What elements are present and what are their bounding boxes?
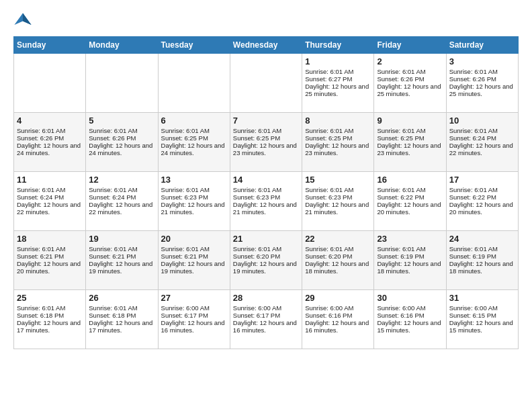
week-row-4: 18Sunrise: 6:01 AMSunset: 6:21 PMDayligh… xyxy=(14,231,519,290)
daylight-text: Daylight: 12 hours and 17 minutes. xyxy=(89,319,154,334)
day-number: 15 xyxy=(305,175,371,185)
day-cell: 25Sunrise: 6:01 AMSunset: 6:18 PMDayligh… xyxy=(14,290,86,349)
week-row-2: 4Sunrise: 6:01 AMSunset: 6:26 PMDaylight… xyxy=(14,113,519,172)
sunset-text: Sunset: 6:22 PM xyxy=(449,193,515,201)
sunset-text: Sunset: 6:18 PM xyxy=(89,312,154,319)
day-cell: 18Sunrise: 6:01 AMSunset: 6:21 PMDayligh… xyxy=(14,231,86,290)
sunset-text: Sunset: 6:17 PM xyxy=(233,312,299,319)
day-cell: 12Sunrise: 6:01 AMSunset: 6:24 PMDayligh… xyxy=(86,172,158,231)
day-cell xyxy=(158,54,230,113)
col-header-tuesday: Tuesday xyxy=(158,37,230,54)
daylight-text: Daylight: 12 hours and 25 minutes. xyxy=(449,83,515,97)
sunrise-text: Sunrise: 6:01 AM xyxy=(449,245,515,253)
day-cell: 10Sunrise: 6:01 AMSunset: 6:24 PMDayligh… xyxy=(446,113,518,172)
day-cell: 17Sunrise: 6:01 AMSunset: 6:22 PMDayligh… xyxy=(446,172,518,231)
day-cell: 28Sunrise: 6:00 AMSunset: 6:17 PMDayligh… xyxy=(230,290,302,349)
day-cell: 1Sunrise: 6:01 AMSunset: 6:27 PMDaylight… xyxy=(302,54,374,113)
day-number: 1 xyxy=(305,56,371,66)
sunset-text: Sunset: 6:21 PM xyxy=(17,253,83,260)
daylight-text: Daylight: 12 hours and 20 minutes. xyxy=(377,201,443,216)
daylight-text: Daylight: 12 hours and 19 minutes. xyxy=(89,260,154,275)
sunset-text: Sunset: 6:15 PM xyxy=(449,312,515,319)
sunset-text: Sunset: 6:25 PM xyxy=(161,134,227,142)
week-row-3: 11Sunrise: 6:01 AMSunset: 6:24 PMDayligh… xyxy=(14,172,519,231)
logo xyxy=(13,11,35,30)
day-number: 2 xyxy=(377,56,443,66)
sunset-text: Sunset: 6:19 PM xyxy=(449,253,515,260)
sunrise-text: Sunrise: 6:01 AM xyxy=(89,127,154,134)
day-number: 31 xyxy=(449,293,515,303)
day-number: 21 xyxy=(233,234,299,244)
day-cell: 31Sunrise: 6:00 AMSunset: 6:15 PMDayligh… xyxy=(446,290,518,349)
page: SundayMondayTuesdayWednesdayThursdayFrid… xyxy=(0,0,532,356)
sunset-text: Sunset: 6:26 PM xyxy=(89,134,154,142)
sunrise-text: Sunrise: 6:01 AM xyxy=(17,186,83,193)
day-cell: 29Sunrise: 6:00 AMSunset: 6:16 PMDayligh… xyxy=(302,290,374,349)
sunrise-text: Sunrise: 6:01 AM xyxy=(161,186,227,193)
sunrise-text: Sunrise: 6:01 AM xyxy=(233,127,299,134)
sunset-text: Sunset: 6:24 PM xyxy=(17,193,83,201)
sunrise-text: Sunrise: 6:01 AM xyxy=(305,186,371,193)
day-cell: 3Sunrise: 6:01 AMSunset: 6:26 PMDaylight… xyxy=(446,54,518,113)
daylight-text: Daylight: 12 hours and 15 minutes. xyxy=(377,319,443,334)
sunset-text: Sunset: 6:24 PM xyxy=(89,193,154,201)
day-number: 30 xyxy=(377,293,443,303)
day-cell: 19Sunrise: 6:01 AMSunset: 6:21 PMDayligh… xyxy=(86,231,158,290)
daylight-text: Daylight: 12 hours and 18 minutes. xyxy=(305,260,371,275)
day-cell: 21Sunrise: 6:01 AMSunset: 6:20 PMDayligh… xyxy=(230,231,302,290)
day-cell xyxy=(86,54,158,113)
daylight-text: Daylight: 12 hours and 23 minutes. xyxy=(377,142,443,156)
sunset-text: Sunset: 6:19 PM xyxy=(377,253,443,260)
day-cell: 14Sunrise: 6:01 AMSunset: 6:23 PMDayligh… xyxy=(230,172,302,231)
sunset-text: Sunset: 6:20 PM xyxy=(305,253,371,260)
daylight-text: Daylight: 12 hours and 17 minutes. xyxy=(17,319,83,334)
day-number: 29 xyxy=(305,293,371,303)
day-cell: 22Sunrise: 6:01 AMSunset: 6:20 PMDayligh… xyxy=(302,231,374,290)
sunset-text: Sunset: 6:25 PM xyxy=(305,134,371,142)
sunrise-text: Sunrise: 6:01 AM xyxy=(449,68,515,75)
day-cell xyxy=(230,54,302,113)
logo-bird-icon xyxy=(13,11,32,30)
sunset-text: Sunset: 6:23 PM xyxy=(161,193,227,201)
day-cell: 6Sunrise: 6:01 AMSunset: 6:25 PMDaylight… xyxy=(158,113,230,172)
day-number: 6 xyxy=(161,116,227,126)
col-header-wednesday: Wednesday xyxy=(230,37,302,54)
day-number: 4 xyxy=(17,116,83,126)
sunrise-text: Sunrise: 6:01 AM xyxy=(377,127,443,134)
day-cell: 4Sunrise: 6:01 AMSunset: 6:26 PMDaylight… xyxy=(14,113,86,172)
day-cell: 2Sunrise: 6:01 AMSunset: 6:26 PMDaylight… xyxy=(374,54,446,113)
sunrise-text: Sunrise: 6:01 AM xyxy=(305,68,371,75)
sunrise-text: Sunrise: 6:01 AM xyxy=(17,245,83,253)
svg-marker-1 xyxy=(23,13,32,26)
sunrise-text: Sunrise: 6:00 AM xyxy=(377,304,443,312)
daylight-text: Daylight: 12 hours and 23 minutes. xyxy=(233,142,299,156)
day-number: 11 xyxy=(17,175,83,185)
sunrise-text: Sunrise: 6:00 AM xyxy=(449,304,515,312)
sunset-text: Sunset: 6:16 PM xyxy=(377,312,443,319)
day-number: 3 xyxy=(449,56,515,66)
day-cell: 26Sunrise: 6:01 AMSunset: 6:18 PMDayligh… xyxy=(86,290,158,349)
col-header-monday: Monday xyxy=(86,37,158,54)
daylight-text: Daylight: 12 hours and 16 minutes. xyxy=(233,319,299,334)
sunrise-text: Sunrise: 6:01 AM xyxy=(17,127,83,134)
day-cell: 5Sunrise: 6:01 AMSunset: 6:26 PMDaylight… xyxy=(86,113,158,172)
day-cell: 9Sunrise: 6:01 AMSunset: 6:25 PMDaylight… xyxy=(374,113,446,172)
sunset-text: Sunset: 6:26 PM xyxy=(377,75,443,83)
daylight-text: Daylight: 12 hours and 20 minutes. xyxy=(449,201,515,216)
calendar-table: SundayMondayTuesdayWednesdayThursdayFrid… xyxy=(13,36,519,349)
sunset-text: Sunset: 6:22 PM xyxy=(377,193,443,201)
daylight-text: Daylight: 12 hours and 24 minutes. xyxy=(161,142,227,156)
sunset-text: Sunset: 6:21 PM xyxy=(89,253,154,260)
day-number: 17 xyxy=(449,175,515,185)
sunrise-text: Sunrise: 6:01 AM xyxy=(449,186,515,193)
day-number: 18 xyxy=(17,234,83,244)
daylight-text: Daylight: 12 hours and 21 minutes. xyxy=(161,201,227,216)
sunrise-text: Sunrise: 6:01 AM xyxy=(161,127,227,134)
daylight-text: Daylight: 12 hours and 20 minutes. xyxy=(17,260,83,275)
day-number: 25 xyxy=(17,293,83,303)
sunrise-text: Sunrise: 6:01 AM xyxy=(17,304,83,312)
sunset-text: Sunset: 6:18 PM xyxy=(17,312,83,319)
day-number: 26 xyxy=(89,293,154,303)
col-header-friday: Friday xyxy=(374,37,446,54)
day-cell: 11Sunrise: 6:01 AMSunset: 6:24 PMDayligh… xyxy=(14,172,86,231)
